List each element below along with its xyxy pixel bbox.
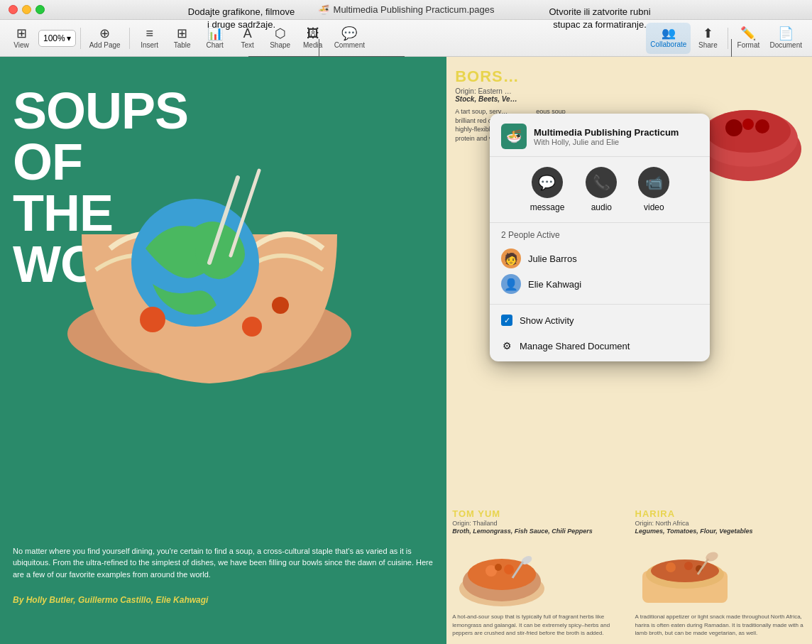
comment-icon: 💬	[341, 27, 357, 40]
text-button[interactable]: A Text	[232, 23, 263, 54]
message-icon: 💬	[532, 167, 563, 198]
manage-doc-label: Manage Shared Document	[520, 341, 630, 351]
add-page-icon: ⊕	[99, 27, 110, 40]
collab-header: 🍜 Multimedia Publishing Practicum With H…	[490, 114, 710, 157]
harira-image	[635, 539, 806, 613]
tom-yum-ingredients: Broth, Lemongrass, Fish Sauce, Chili Pep…	[452, 528, 623, 535]
manage-doc-icon: ⚙	[501, 340, 512, 351]
message-button[interactable]: 💬 message	[530, 167, 565, 212]
collaborate-button[interactable]: 👥 Collaborate	[646, 23, 691, 54]
media-button[interactable]: 🖼 Media	[297, 23, 329, 54]
collaborate-icon: 👥	[662, 28, 676, 39]
svg-point-9	[706, 110, 791, 153]
insert-button[interactable]: ≡ Insert	[134, 23, 165, 54]
svg-point-12	[742, 119, 754, 130]
toolbar-separator-2	[129, 28, 130, 49]
zoom-control[interactable]: 100% ▾	[38, 30, 76, 47]
show-activity-check: ✓	[501, 315, 512, 326]
collab-doc-info: Multimedia Publishing Practicum With Hol…	[534, 127, 698, 146]
tom-yum-image	[452, 539, 623, 613]
chart-button[interactable]: 📊 Chart	[199, 23, 231, 54]
traffic-lights	[9, 5, 45, 14]
share-icon: ⬆	[703, 27, 713, 40]
bottom-soups: TOM YUM Origin: Thailand Broth, Lemongra…	[446, 501, 812, 644]
collab-actions: 💬 message 📞 audio 📹 video	[490, 157, 710, 223]
collab-options: ✓ Show Activity ⚙ Manage Shared Document	[490, 305, 710, 361]
add-page-button[interactable]: ⊕ Add Page	[85, 23, 125, 54]
svg-point-4	[140, 307, 165, 332]
svg-point-24	[666, 562, 676, 572]
bowl-illustration	[39, 107, 380, 433]
media-icon: 🖼	[307, 27, 319, 40]
shape-icon: ⬡	[275, 27, 286, 40]
collab-doc-title: Multimedia Publishing Practicum	[534, 127, 698, 138]
share-button[interactable]: ⬆ Share	[692, 23, 723, 54]
person-elie[interactable]: 👤 Elie Kahwagi	[501, 271, 698, 297]
doc-icon: 🍜	[318, 4, 329, 15]
svg-point-25	[684, 562, 693, 570]
main-area: SOUPSOFTHEWORLD	[0, 57, 812, 644]
audio-button[interactable]: 📞 audio	[586, 167, 617, 212]
view-icon: ⊞	[16, 27, 27, 40]
harira-title: HARIRA	[635, 508, 806, 519]
format-button[interactable]: ✏️ Format	[733, 23, 764, 54]
collaboration-popup: 🍜 Multimedia Publishing Practicum With H…	[490, 114, 710, 361]
person-julie[interactable]: 🧑 Julie Barros	[501, 246, 698, 271]
text-icon: A	[243, 27, 252, 40]
svg-point-11	[755, 119, 769, 133]
document-icon: 📄	[778, 27, 794, 40]
show-activity-option[interactable]: ✓ Show Activity	[490, 307, 710, 333]
video-icon: 📹	[638, 167, 669, 198]
title-bar: 🍜 Multimedia Publishing Practicum.pages	[0, 0, 812, 20]
audio-icon: 📞	[586, 167, 617, 198]
tom-yum-desc: A hot-and-sour soup that is typically fu…	[452, 613, 623, 637]
format-icon: ✏️	[740, 27, 756, 40]
video-button[interactable]: 📹 video	[638, 167, 669, 212]
avatar-elie: 👤	[501, 274, 521, 294]
svg-point-10	[725, 119, 742, 136]
close-button[interactable]	[9, 5, 18, 14]
person-elie-name: Elie Kahwagi	[528, 279, 581, 290]
harira-desc: A traditional appetizer or light snack m…	[635, 613, 806, 637]
svg-point-17	[504, 564, 514, 574]
harira-ingredients: Legumes, Tomatoes, Flour, Vegetables	[635, 528, 806, 535]
tom-yum-section: TOM YUM Origin: Thailand Broth, Lemongra…	[446, 501, 629, 644]
toolbar-separator	[80, 28, 81, 49]
view-button[interactable]: ⊞ View	[6, 23, 37, 54]
show-activity-label: Show Activity	[520, 315, 574, 326]
page-body-text: No matter where you find yourself dining…	[13, 545, 435, 581]
borscht-title: BORS…	[455, 67, 803, 86]
chart-icon: 📊	[207, 27, 223, 40]
page-authors: By Holly Butler, Guillermo Castillo, Eli…	[13, 595, 208, 605]
svg-point-23	[651, 560, 719, 582]
collab-people: 2 People Active 🧑 Julie Barros 👤 Elie Ka…	[490, 223, 710, 305]
harira-origin: Origin: North Africa	[635, 520, 806, 527]
table-button[interactable]: ⊞ Table	[167, 23, 198, 54]
comment-button[interactable]: 💬 Comment	[330, 23, 369, 54]
person-julie-name: Julie Barros	[528, 253, 577, 264]
chevron-down-icon: ▾	[67, 33, 71, 43]
toolbar-right: 👥 Collaborate ⬆ Share ✏️ Format 📄 Docume…	[646, 23, 806, 54]
collab-doc-icon: 🍜	[501, 124, 527, 149]
document-button[interactable]: 📄 Document	[765, 23, 806, 54]
toolbar-separator-3	[728, 28, 728, 49]
harira-section: HARIRA Origin: North Africa Legumes, Tom…	[630, 501, 812, 644]
collab-doc-subtitle: With Holly, Julie and Elie	[534, 138, 698, 146]
avatar-julie: 🧑	[501, 249, 521, 268]
insert-icon: ≡	[146, 27, 153, 40]
manage-doc-option[interactable]: ⚙ Manage Shared Document	[490, 333, 710, 359]
minimize-button[interactable]	[22, 5, 31, 14]
tom-yum-origin: Origin: Thailand	[452, 520, 623, 527]
table-icon: ⊞	[177, 27, 187, 40]
window-title: 🍜 Multimedia Publishing Practicum.pages	[318, 4, 495, 15]
people-count: 2 People Active	[501, 230, 698, 240]
fullscreen-button[interactable]	[35, 5, 45, 14]
svg-point-6	[272, 297, 289, 314]
tom-yum-title: TOM YUM	[452, 508, 623, 519]
svg-point-18	[495, 564, 502, 571]
toolbar: ⊞ View 100% ▾ ⊕ Add Page ≡ Insert ⊞ Tabl…	[0, 20, 812, 57]
shape-button[interactable]: ⬡ Shape	[265, 23, 296, 54]
svg-point-5	[242, 317, 262, 337]
